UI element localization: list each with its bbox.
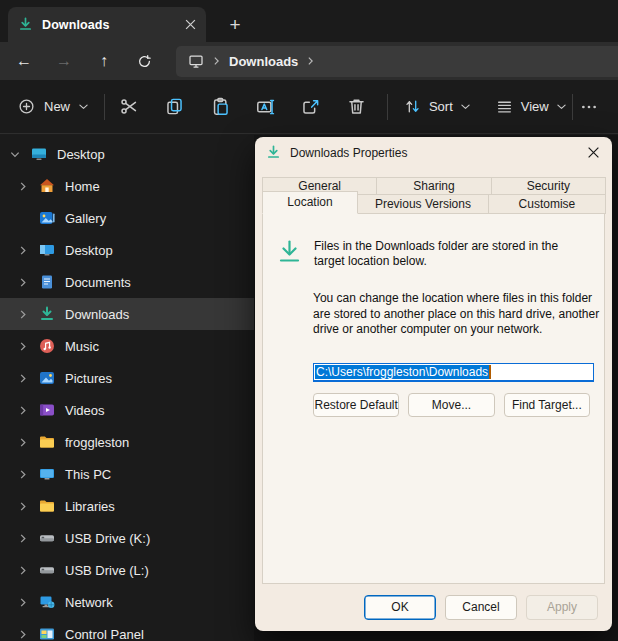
- sidebar-item-froggleston[interactable]: froggleston: [0, 426, 254, 458]
- sidebar-item-usb-drive-k[interactable]: USB Drive (K:): [0, 522, 254, 554]
- chevron-collapsed-icon[interactable]: [16, 277, 30, 288]
- explorer-tab-downloads[interactable]: Downloads: [8, 7, 206, 42]
- refresh-button[interactable]: [124, 45, 164, 77]
- chevron-down-icon: [461, 104, 470, 110]
- more-options-button[interactable]: [573, 89, 606, 125]
- breadcrumb-downloads[interactable]: Downloads: [229, 54, 298, 69]
- new-button[interactable]: New: [12, 89, 94, 125]
- desktop-monitor-icon: [30, 145, 49, 164]
- new-tab-button[interactable]: +: [218, 8, 252, 42]
- view-icon: [496, 98, 513, 115]
- tab-customise[interactable]: Customise: [488, 194, 606, 214]
- view-button[interactable]: View: [490, 89, 572, 125]
- chevron-collapsed-icon[interactable]: [16, 469, 30, 480]
- downloads-icon: [38, 305, 57, 324]
- folder-icon: [38, 497, 57, 516]
- sidebar-item-home[interactable]: Home: [0, 170, 254, 202]
- chevron-collapsed-icon[interactable]: [16, 181, 30, 192]
- downloads-icon: [266, 145, 281, 160]
- share-button[interactable]: [294, 89, 327, 125]
- sidebar-item-desktop[interactable]: Desktop: [0, 234, 254, 266]
- sidebar-item-network[interactable]: Network: [0, 586, 254, 618]
- tab-location[interactable]: Location: [262, 191, 358, 214]
- tab-previous-versions[interactable]: Previous Versions: [357, 194, 489, 214]
- this-pc-icon: [38, 465, 57, 484]
- pictures-icon: [38, 369, 57, 388]
- tab-sharing[interactable]: Sharing: [376, 177, 491, 195]
- location-path-input[interactable]: C:\Users\froggleston\Downloads: [313, 363, 594, 382]
- sidebar-item-downloads[interactable]: Downloads: [0, 298, 254, 330]
- downloads-icon: [276, 239, 303, 270]
- restore-default-button[interactable]: Restore Default: [313, 393, 399, 417]
- sidebar-item-desktop-root[interactable]: Desktop: [0, 138, 254, 170]
- sidebar-item-documents[interactable]: Documents: [0, 266, 254, 298]
- address-bar[interactable]: Downloads: [176, 46, 618, 77]
- dialog-tab-control: General Sharing Security Location Previo…: [255, 168, 612, 214]
- location-tab-page: Files in the Downloads folder are stored…: [262, 213, 605, 584]
- chevron-collapsed-icon[interactable]: [16, 533, 30, 544]
- sidebar-item-control-panel[interactable]: Control Panel: [0, 618, 254, 641]
- downloads-icon: [18, 17, 33, 32]
- dialog-title-bar: Downloads Properties: [255, 137, 612, 168]
- sort-button-label: Sort: [429, 99, 453, 114]
- chevron-collapsed-icon[interactable]: [16, 597, 30, 608]
- copy-button[interactable]: [158, 89, 191, 125]
- chevron-collapsed-icon[interactable]: [16, 309, 30, 320]
- music-icon: [38, 337, 57, 356]
- delete-button[interactable]: [340, 89, 373, 125]
- chevron-collapsed-icon[interactable]: [16, 373, 30, 384]
- chevron-collapsed-icon[interactable]: [16, 501, 30, 512]
- dialog-close-icon[interactable]: [580, 141, 606, 165]
- chevron-expanded-icon[interactable]: [8, 149, 22, 160]
- apply-button[interactable]: Apply: [526, 595, 598, 620]
- sidebar-item-gallery[interactable]: Gallery: [0, 202, 254, 234]
- cut-button[interactable]: [113, 89, 146, 125]
- toolbar-separator: [104, 94, 105, 120]
- videos-icon: [38, 401, 57, 420]
- up-button[interactable]: ↑: [84, 45, 124, 77]
- sidebar-item-libraries[interactable]: Libraries: [0, 490, 254, 522]
- location-description: You can change the location where files …: [313, 291, 605, 338]
- breadcrumb-chevron-icon[interactable]: [307, 56, 314, 66]
- sort-button[interactable]: Sort: [398, 89, 476, 125]
- chevron-collapsed-icon[interactable]: [16, 629, 30, 640]
- chevron-collapsed-icon[interactable]: [16, 245, 30, 256]
- sidebar-item-usb-drive-l[interactable]: USB Drive (L:): [0, 554, 254, 586]
- new-button-label: New: [44, 99, 70, 114]
- rename-button[interactable]: [249, 89, 282, 125]
- navigation-pane: Desktop Home Gallery Desktop Documen: [0, 135, 254, 641]
- sidebar-item-music[interactable]: Music: [0, 330, 254, 362]
- tab-security[interactable]: Security: [491, 177, 606, 195]
- documents-icon: [38, 273, 57, 292]
- folder-icon: [38, 433, 57, 452]
- back-button[interactable]: ←: [4, 45, 44, 77]
- sidebar-item-videos[interactable]: Videos: [0, 394, 254, 426]
- new-plus-icon: [18, 98, 35, 115]
- navigation-bar: ← → ↑ Downloads: [0, 42, 618, 80]
- command-toolbar: New Sort View: [0, 80, 618, 134]
- paste-button[interactable]: [204, 89, 237, 125]
- chevron-down-icon: [557, 104, 566, 110]
- this-pc-icon: [188, 53, 204, 69]
- gallery-icon: [38, 209, 57, 228]
- move-button[interactable]: Move...: [408, 393, 494, 417]
- cancel-button[interactable]: Cancel: [445, 595, 517, 620]
- tab-close-icon[interactable]: [185, 19, 196, 30]
- location-info-text: Files in the Downloads folder are stored…: [314, 239, 590, 270]
- ok-button[interactable]: OK: [364, 595, 436, 620]
- chevron-collapsed-icon[interactable]: [16, 341, 30, 352]
- selected-path-text: C:\Users\froggleston\Downloads: [315, 365, 491, 379]
- chevron-collapsed-icon[interactable]: [16, 437, 30, 448]
- forward-button[interactable]: →: [44, 45, 84, 77]
- desktop-icon: [38, 241, 57, 260]
- sort-icon: [404, 98, 421, 115]
- sidebar-item-pictures[interactable]: Pictures: [0, 362, 254, 394]
- dialog-title: Downloads Properties: [290, 146, 571, 160]
- tab-strip: Downloads +: [0, 0, 618, 42]
- chevron-collapsed-icon[interactable]: [16, 405, 30, 416]
- usb-drive-icon: [38, 529, 57, 548]
- tab-title: Downloads: [42, 18, 176, 32]
- sidebar-item-this-pc[interactable]: This PC: [0, 458, 254, 490]
- find-target-button[interactable]: Find Target...: [504, 393, 590, 417]
- chevron-collapsed-icon[interactable]: [16, 565, 30, 576]
